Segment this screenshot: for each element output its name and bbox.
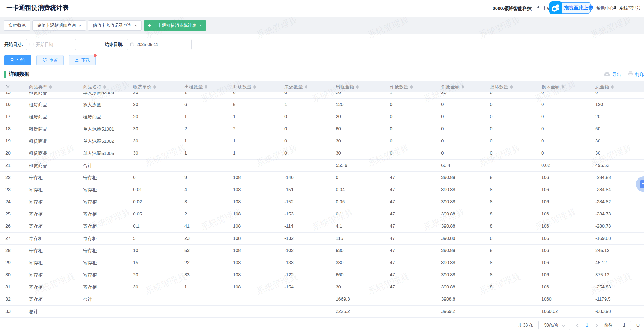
sort-carets-icon[interactable]: [253, 84, 256, 90]
column-header[interactable]: 总金额: [592, 84, 644, 90]
page-size-select[interactable]: 50条/页: [538, 321, 570, 330]
table-cell: 1: [281, 102, 333, 107]
tab-close-icon[interactable]: ×: [79, 23, 81, 28]
table-cell: 0.1: [333, 211, 387, 217]
table-cell: 寄存柜: [26, 175, 80, 181]
table-row: 19租赁商品单人泳圈510023011030000030: [0, 135, 644, 147]
table-cell: 0: [487, 126, 538, 132]
table-cell: 108: [230, 211, 281, 217]
reset-button-label: 重置: [49, 58, 58, 63]
sort-carets-icon[interactable]: [410, 84, 413, 90]
column-header[interactable]: 未还数量: [281, 84, 333, 90]
start-date-input[interactable]: [26, 39, 76, 50]
start-date-label: 开始日期:: [4, 42, 23, 48]
end-date-input[interactable]: [127, 39, 192, 50]
query-button[interactable]: 查询: [4, 55, 31, 65]
download-button[interactable]: 下载: [69, 55, 96, 65]
table-scroll-viewport[interactable]: 15租赁商品单人泳圈53004201002012000016租赁商品双人泳圈20…: [0, 92, 644, 320]
column-header[interactable]: 商品类型: [26, 84, 80, 90]
table-cell: 47: [387, 272, 438, 278]
sort-carets-icon[interactable]: [611, 84, 614, 90]
column-header[interactable]: 出租金额: [333, 84, 387, 90]
chevron-left-icon: [576, 324, 580, 327]
table-cell: 2: [181, 126, 230, 132]
sort-carets-icon[interactable]: [462, 84, 464, 90]
table-cell: 390.88: [438, 260, 487, 266]
column-header[interactable]: 损坏金额: [538, 84, 592, 90]
table-row: 26寄存柜寄存柜0.141108-1144.147390.888106-280.…: [0, 220, 644, 233]
table-row: 23寄存柜寄存柜0.014108-1510.0447390.888106-284…: [0, 184, 644, 196]
table-cell: 106: [538, 236, 592, 241]
column-header-label: 作废数量: [390, 84, 408, 90]
column-header[interactable]: 作废数量: [387, 84, 438, 90]
end-date-field[interactable]: [137, 42, 189, 47]
table-cell: 租赁商品: [26, 126, 80, 132]
tab-label: 储值卡充值记录查询: [93, 23, 132, 28]
column-header[interactable]: 出租数量: [181, 84, 230, 90]
table-cell: 108: [230, 236, 281, 241]
tab-close-icon[interactable]: ×: [200, 23, 202, 28]
table-cell: 390.88: [438, 199, 487, 205]
table-cell: 660: [333, 272, 387, 278]
column-header[interactable]: 归还数量: [230, 84, 281, 90]
current-page-number[interactable]: 1: [586, 323, 588, 328]
table-settings-gear-icon[interactable]: [0, 84, 26, 89]
column-header[interactable]: 商品名称: [80, 84, 130, 90]
table-cell: 0: [281, 126, 333, 132]
sort-carets-icon[interactable]: [49, 84, 52, 90]
table-cell: 8: [487, 175, 538, 180]
table-cell: 寄存柜: [80, 260, 130, 266]
table-cell: 53: [181, 248, 230, 253]
table-cell: 30: [130, 284, 181, 290]
print-link[interactable]: 打印: [627, 71, 644, 78]
sort-carets-icon[interactable]: [103, 84, 106, 90]
table-row: 18租赁商品单人泳圈510013022060000060: [0, 123, 644, 135]
export-link[interactable]: 导出: [603, 71, 621, 78]
column-header[interactable]: 损坏数量: [487, 84, 538, 90]
tab-item[interactable]: 实时概览: [4, 20, 30, 31]
tab-active[interactable]: 一卡通租赁消费统计表×: [144, 20, 207, 31]
table-cell: 寄存柜: [80, 175, 130, 181]
table-cell: 245.12: [592, 248, 644, 253]
reset-button[interactable]: 重置: [36, 55, 64, 65]
table-cell: 0: [230, 92, 281, 95]
table-cell: 5: [130, 236, 181, 241]
table-cell: 0: [538, 126, 592, 132]
netdisk-upload-widget[interactable]: 拖拽至此上传: [550, 2, 591, 14]
table-cell: 寄存柜: [26, 199, 80, 205]
calendar-icon: [130, 42, 134, 48]
query-button-label: 查询: [17, 58, 25, 63]
tab-item[interactable]: 储值卡退款明细查询×: [32, 20, 86, 31]
column-header[interactable]: 收费单价: [130, 84, 181, 90]
user-menu[interactable]: 系統管理員: [613, 5, 641, 11]
table-cell: 单人泳圈51002: [80, 138, 130, 144]
sort-carets-icon[interactable]: [356, 84, 359, 90]
row-index: 28: [0, 248, 26, 253]
table-cell: 20: [130, 102, 181, 107]
sort-carets-icon[interactable]: [305, 84, 307, 90]
notification-dot-badge: [94, 54, 97, 57]
column-header[interactable]: 作废金额: [438, 84, 487, 90]
tab-close-icon[interactable]: ×: [135, 23, 137, 28]
sort-carets-icon[interactable]: [205, 84, 207, 90]
table-cell: 租赁商品: [26, 150, 80, 157]
table-cell: 0: [538, 102, 592, 107]
sort-carets-icon[interactable]: [510, 84, 513, 90]
next-page-button[interactable]: [593, 322, 599, 328]
table-cell: 寄存柜: [80, 272, 130, 278]
sort-carets-icon[interactable]: [562, 84, 564, 90]
prev-page-button[interactable]: [575, 322, 581, 328]
sort-carets-icon[interactable]: [153, 84, 156, 90]
table-cell: 单人泳圈53004: [80, 92, 130, 96]
start-date-field[interactable]: [36, 42, 73, 47]
table-cell: 108: [230, 284, 281, 290]
table-cell: 0: [387, 102, 438, 107]
goto-page-input[interactable]: [618, 321, 631, 330]
table-cell: 47: [387, 211, 438, 217]
help-center-link[interactable]: 帮助中心: [596, 5, 614, 11]
tab-item[interactable]: 储值卡充值记录查询×: [88, 20, 142, 31]
table-cell: 20: [130, 92, 181, 95]
filter-row: 开始日期: 结束日期:: [0, 34, 644, 55]
table-cell: 47: [387, 175, 438, 180]
table-cell: 390.88: [438, 175, 487, 180]
